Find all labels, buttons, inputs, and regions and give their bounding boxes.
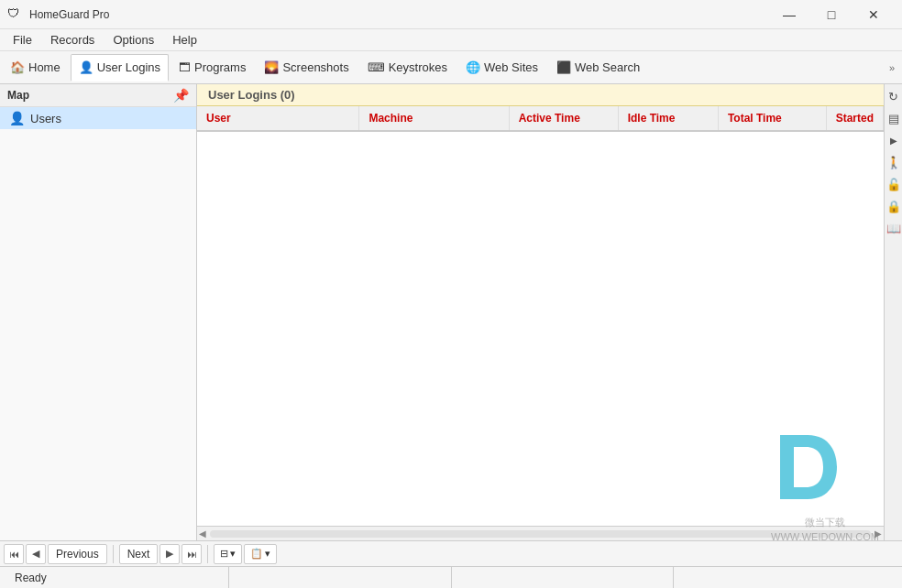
nav-view-dropdown[interactable]: ⊟ ▾: [214, 544, 242, 564]
nav-view-arrow: ▾: [230, 548, 236, 560]
col-header-idle-time[interactable]: Idle Time: [618, 106, 718, 131]
nav-prev-icon-button[interactable]: ◀: [26, 544, 46, 564]
status-section-2: [229, 567, 451, 589]
status-section-3: [452, 567, 674, 589]
tab-web-search-label: Web Search: [575, 60, 640, 74]
nav-separator-2: [207, 545, 208, 563]
col-header-total-time[interactable]: Total Time: [718, 106, 826, 131]
toolbar-more[interactable]: »: [889, 62, 900, 73]
sidebar-item-users-label: Users: [30, 112, 61, 125]
status-sections: Ready: [7, 567, 895, 589]
sidebar-item-users[interactable]: 👤 Users: [0, 107, 196, 129]
web-search-icon: ⬛: [556, 60, 571, 74]
home-icon: 🏠: [10, 60, 25, 74]
data-table: User Machine Active Time Idle Time Total…: [197, 106, 884, 526]
nav-export-arrow: ▾: [265, 548, 270, 560]
nav-export-icon: 📋: [250, 548, 263, 560]
status-ready: Ready: [7, 567, 229, 589]
status-section-4: [674, 567, 895, 589]
right-sidebar: ↻ ▤ ▶ 🚶 🔓 🔒 📖: [884, 84, 902, 540]
nav-last-button[interactable]: ⏭: [182, 544, 202, 564]
tab-programs-label: Programs: [194, 60, 246, 74]
col-header-started[interactable]: Started: [826, 106, 883, 131]
col-header-machine[interactable]: Machine: [359, 106, 509, 131]
title-bar: 🛡 HomeGuard Pro — □ ✕: [0, 0, 902, 29]
hscroll-track[interactable]: [210, 530, 871, 538]
right-icon-figures[interactable]: 🚶: [886, 154, 902, 170]
tab-web-search[interactable]: ⬛ Web Search: [548, 54, 648, 82]
nav-next-button[interactable]: Next: [119, 544, 159, 564]
tab-home[interactable]: 🏠 Home: [2, 54, 69, 82]
tab-keystrokes-label: Keystrokes: [389, 60, 447, 74]
tab-user-logins-label: User Logins: [97, 60, 160, 74]
user-logins-icon: 👤: [79, 60, 94, 74]
tab-user-logins[interactable]: 👤 User Logins: [71, 54, 169, 82]
table-header-row: User Machine Active Time Idle Time Total…: [197, 106, 884, 131]
section-header: User Logins (0): [197, 84, 884, 106]
right-icon-export[interactable]: ▤: [886, 110, 902, 126]
tab-web-sites[interactable]: 🌐 Web Sites: [457, 54, 546, 82]
screenshots-icon: 🌄: [264, 60, 279, 74]
menu-options[interactable]: Options: [104, 31, 163, 49]
hscroll-right-arrow[interactable]: ▶: [874, 528, 882, 539]
nav-separator: [113, 545, 114, 563]
nav-next-icon-button[interactable]: ▶: [160, 544, 180, 564]
nav-bar: ⏮ ◀ Previous Next ▶ ⏭ ⊟ ▾ 📋 ▾: [0, 540, 902, 566]
main-layout: Map 📌 👤 Users User Logins (0) User Machi…: [0, 84, 902, 540]
nav-view-icon: ⊟: [220, 548, 228, 560]
menu-file[interactable]: File: [4, 31, 41, 49]
tab-home-label: Home: [28, 60, 60, 74]
app-title: HomeGuard Pro: [29, 8, 109, 21]
right-icon-lock-closed[interactable]: 🔒: [886, 198, 902, 214]
right-icon-expand[interactable]: ▶: [886, 132, 902, 148]
toolbar: 🏠 Home 👤 User Logins 🗔 Programs 🌄 Screen…: [0, 51, 902, 84]
sidebar: Map 📌 👤 Users: [0, 84, 197, 540]
keystrokes-icon: ⌨: [368, 60, 385, 74]
menu-help[interactable]: Help: [163, 31, 206, 49]
tab-programs[interactable]: 🗔 Programs: [170, 54, 254, 82]
menu-records[interactable]: Records: [41, 31, 104, 49]
close-button[interactable]: ✕: [852, 0, 895, 29]
nav-export-dropdown[interactable]: 📋 ▾: [244, 544, 277, 564]
right-icon-refresh[interactable]: ↻: [886, 88, 902, 104]
tab-web-sites-label: Web Sites: [484, 60, 538, 74]
sidebar-title: Map: [7, 89, 29, 102]
tab-keystrokes[interactable]: ⌨ Keystrokes: [359, 54, 456, 82]
window-controls: — □ ✕: [768, 0, 895, 29]
maximize-button[interactable]: □: [810, 0, 852, 29]
right-icon-lock-open[interactable]: 🔓: [886, 176, 902, 192]
app-icon: 🛡: [7, 6, 24, 23]
title-bar-left: 🛡 HomeGuard Pro: [7, 6, 109, 23]
user-logins-table: User Machine Active Time Idle Time Total…: [197, 106, 884, 132]
hscroll-left-arrow[interactable]: ◀: [199, 528, 206, 539]
horizontal-scrollbar[interactable]: ◀ ▶: [197, 526, 884, 540]
content-area: User Logins (0) User Machine Active Time…: [197, 84, 884, 540]
nav-previous-button[interactable]: Previous: [48, 544, 107, 564]
nav-first-button[interactable]: ⏮: [4, 544, 24, 564]
sidebar-users-icon: 👤: [9, 111, 25, 125]
web-sites-icon: 🌐: [466, 60, 480, 74]
col-header-user[interactable]: User: [197, 106, 359, 131]
programs-icon: 🗔: [179, 60, 191, 74]
menu-bar: File Records Options Help: [0, 29, 902, 51]
tab-screenshots-label: Screenshots: [282, 60, 348, 74]
section-title: User Logins (0): [208, 88, 295, 102]
col-header-active-time[interactable]: Active Time: [509, 106, 618, 131]
sidebar-header: Map 📌: [0, 84, 196, 107]
tab-screenshots[interactable]: 🌄 Screenshots: [256, 54, 357, 82]
minimize-button[interactable]: —: [768, 0, 810, 29]
right-icon-book[interactable]: 📖: [886, 220, 902, 236]
sidebar-pin-icon[interactable]: 📌: [173, 88, 189, 103]
status-bar: Ready: [0, 566, 902, 588]
